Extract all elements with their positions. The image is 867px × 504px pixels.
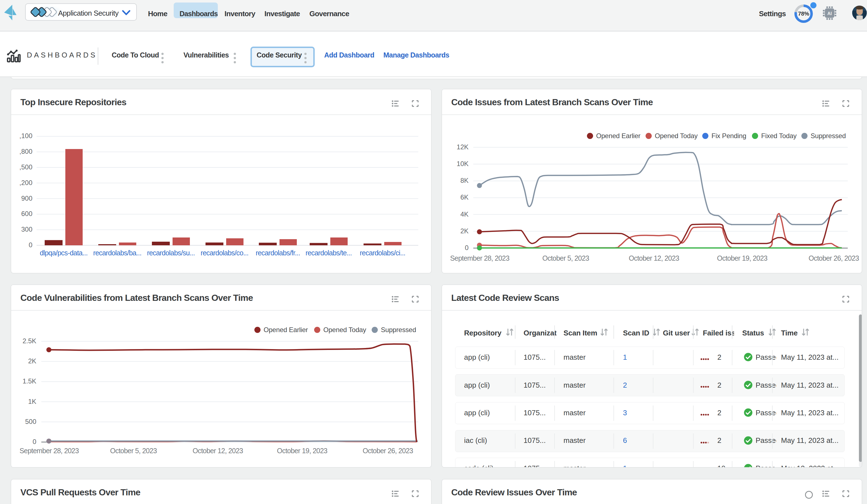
svg-text:AI: AI	[827, 11, 832, 16]
